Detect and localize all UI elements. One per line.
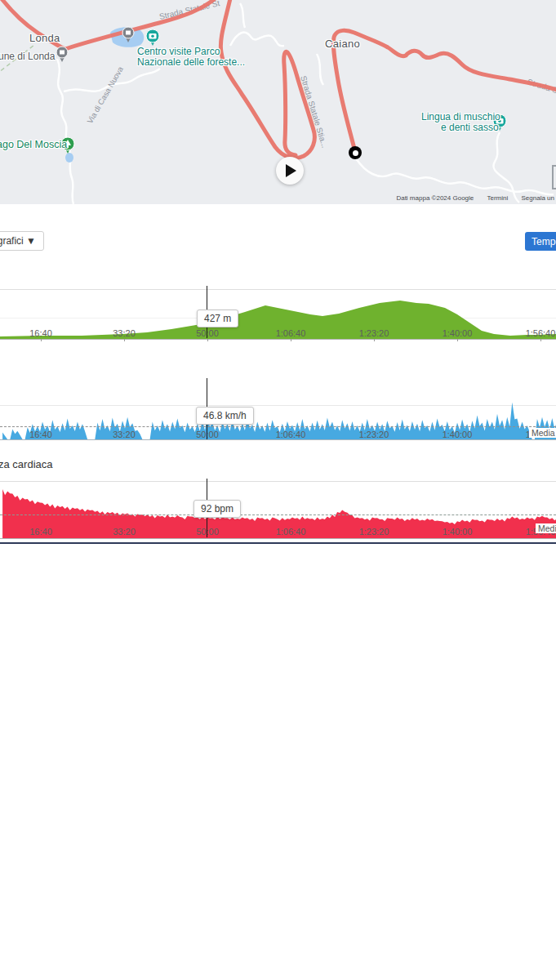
speed-average-label: Media — [529, 428, 556, 438]
time-axis-toggle-button[interactable]: Tempo — [525, 232, 556, 251]
route-position-marker — [349, 146, 362, 159]
axis-tick-label: 1:06:40 — [276, 430, 306, 439]
heart-rate-axis-ticks: 16:4033:2050:001:06:401:23:201:40:001:56… — [0, 527, 556, 537]
activity-analysis-page: Strada Statale St Strada Statale Stia...… — [0, 0, 556, 980]
route-polyline — [0, 0, 556, 158]
speed-tooltip: 46.8 km/h — [196, 407, 254, 425]
heart-rate-tooltip: 92 bpm — [193, 500, 241, 518]
road-label-via: Via di Casa Nuova — [85, 65, 125, 125]
axis-tick-label: 1:56:40 — [526, 328, 556, 338]
lake-poi-label: ago Del Moscia — [0, 139, 67, 150]
play-icon — [286, 164, 296, 177]
map-attribution: Dati mappa ©2024 Google Termini Segnala … — [396, 194, 554, 202]
compare-graphs-dropdown[interactable]: a grafici ▼ — [0, 231, 44, 251]
pond — [65, 153, 73, 163]
axis-tick-label: 1:40:00 — [443, 527, 473, 537]
section-divider — [0, 542, 556, 544]
axis-tick-label: 33:20 — [113, 430, 136, 439]
speed-axis-ticks: 16:4033:2050:001:06:401:23:201:40:001:56… — [0, 430, 556, 440]
report-link[interactable]: Segnala un — [522, 194, 554, 202]
axis-tick-label: 1:06:40 — [276, 527, 306, 537]
axis-tick-label: 1:40:00 — [443, 328, 473, 338]
axis-tick-label: 1:40:00 — [443, 430, 473, 439]
route-map[interactable]: Strada Statale St Strada Statale Stia...… — [0, 0, 556, 204]
visitor-center-label-line2: Nazionale delle foreste... — [137, 57, 245, 68]
town-label-londa: Londa — [29, 32, 60, 44]
elevation-tooltip: 427 m — [197, 310, 238, 327]
moss-poi-label-line2: e denti sasso — [441, 122, 499, 133]
axis-tick-label: 1:23:20 — [359, 328, 389, 338]
heart-rate-average-line — [0, 514, 556, 515]
axis-tick-label: 50:00 — [196, 328, 219, 338]
axis-tick-label: 16:40 — [29, 527, 52, 537]
visitor-center-camera-pin[interactable] — [146, 29, 159, 46]
heart-rate-baseline — [0, 538, 556, 539]
axis-tick-label: 16:40 — [29, 430, 52, 439]
terms-link[interactable]: Termini — [487, 194, 509, 202]
axis-tick-label: 33:20 — [113, 527, 136, 537]
axis-tick-label: 50:00 — [196, 527, 219, 537]
speed-chart[interactable]: 16:4033:2050:001:06:401:23:201:40:001:56… — [0, 378, 556, 439]
heart-rate-average-label: Media — [536, 523, 556, 533]
speed-average-line — [0, 426, 556, 427]
heart-rate-chart[interactable]: 16:4033:2050:001:06:401:23:201:40:001:56… — [0, 481, 556, 538]
play-route-button[interactable] — [276, 157, 304, 185]
axis-tick-label: 50:00 — [196, 430, 219, 439]
town-label-caiano: Caiano — [325, 38, 360, 50]
elevation-chart[interactable]: 16:4033:2050:001:06:401:23:201:40:001:56… — [0, 289, 556, 339]
axis-tick-label: 1:23:20 — [359, 430, 389, 439]
axis-tick-label: 1:23:20 — [359, 527, 389, 537]
axis-tick-label: 16:40 — [29, 328, 52, 338]
elevation-axis-ticks: 16:4033:2050:001:06:401:23:201:40:001:56… — [0, 328, 556, 339]
axis-tick-label: 1:06:40 — [276, 328, 306, 338]
municipality-label: une di Londa — [0, 51, 55, 62]
heart-rate-section-title: za cardiaca — [0, 458, 52, 470]
axis-tick-label: 33:20 — [113, 328, 136, 338]
map-scale-control[interactable] — [547, 165, 556, 189]
map-data-credit: Dati mappa ©2024 Google — [396, 194, 474, 202]
elevation-baseline — [0, 339, 556, 340]
